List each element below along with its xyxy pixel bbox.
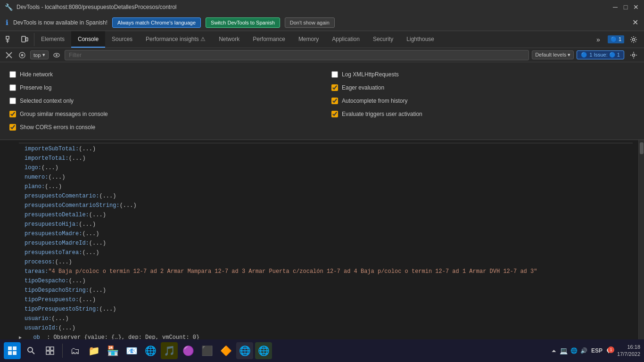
selected-context-label: Selected context only (20, 98, 74, 104)
svg-point-12 (633, 54, 635, 56)
svg-rect-4 (26, 38, 28, 41)
issue-badge: 🔵 1 Issue: 🔵 1 (577, 50, 624, 59)
tab-performance[interactable]: Performance (246, 31, 292, 48)
expand-ob-arrow[interactable] (19, 333, 25, 339)
svg-rect-3 (22, 36, 25, 42)
devtools-left-icons (0, 33, 34, 46)
taskbar-mail[interactable]: 📧 (123, 342, 140, 359)
minimize-button[interactable]: ─ (612, 4, 619, 10)
info-message: DevTools is now available in Spanish! (13, 19, 107, 26)
tray-network-icon[interactable]: 🌐 (570, 347, 578, 354)
taskbar-files[interactable]: 📁 (85, 342, 102, 359)
autocomplete-label: Autocomplete from history (342, 98, 407, 104)
console-line: tipoPresupuesto: (...) (0, 295, 633, 304)
selected-context-checkbox[interactable] (9, 98, 16, 104)
tab-console[interactable]: Console (71, 31, 105, 48)
tray-volume-icon[interactable]: 🔊 (580, 347, 587, 354)
console-line: numero: (...) (0, 173, 633, 182)
taskbar-winamp[interactable]: 🎵 (161, 342, 178, 359)
tab-lighthouse[interactable]: Lighthouse (400, 31, 441, 48)
settings-gear-button[interactable] (627, 33, 640, 46)
taskbar-chrome2[interactable]: 🌐 (236, 342, 253, 359)
match-language-button[interactable]: Always match Chrome's language (112, 17, 201, 28)
maximize-button[interactable]: □ (622, 4, 629, 10)
console-line: plano: (...) (0, 182, 633, 191)
console-settings-button[interactable] (627, 49, 640, 62)
taskbar-explorer[interactable]: 🗂 (66, 342, 83, 359)
svg-point-11 (56, 54, 58, 56)
tab-memory[interactable]: Memory (292, 31, 325, 48)
notification-area[interactable]: 💬 1 (606, 347, 613, 354)
log-xml-label: Log XMLHttpRequests (342, 71, 399, 78)
log-levels-dropdown[interactable]: Default levels ▾ (532, 50, 574, 59)
show-cors-label: Show CORS errors in console (20, 124, 95, 131)
taskbar-terminal[interactable]: ⬛ (198, 342, 215, 359)
taskbar-store[interactable]: 🏪 (104, 342, 121, 359)
scrollbar-thumb[interactable] (640, 142, 644, 154)
search-button[interactable] (23, 342, 40, 359)
system-tray: ⏶ 💻 🌐 🔊 (551, 347, 587, 354)
eager-eval-checkbox[interactable] (331, 84, 338, 91)
console-line: presupuestoMadre: (...) (0, 229, 633, 239)
date-display: 17/7/2022 (617, 351, 640, 358)
devtools-right-controls: » 🔵 1 (588, 33, 644, 46)
clear-console-button[interactable] (4, 50, 14, 60)
info-bar: ℹ DevTools is now available in Spanish! … (0, 14, 644, 31)
console-line: tipoDespachoString: (...) (0, 286, 633, 295)
tray-arrow-icon[interactable]: ⏶ (551, 347, 557, 354)
svg-point-17 (28, 347, 33, 352)
autocomplete-checkbox[interactable] (331, 98, 338, 104)
console-filter-input[interactable] (65, 50, 529, 60)
tab-sources[interactable]: Sources (105, 31, 139, 48)
hide-network-checkbox[interactable] (9, 71, 16, 78)
group-similar-label: Group similar messages in console (20, 111, 108, 117)
close-button[interactable]: ✕ (633, 4, 639, 10)
inspect-element-button[interactable] (3, 33, 16, 46)
eval-triggers-label: Evaluate triggers user activation (342, 111, 422, 117)
switch-language-button[interactable]: Switch DevTools to Spanish (206, 17, 280, 28)
eval-triggers-checkbox[interactable] (331, 111, 338, 117)
stop-recording-button[interactable] (17, 50, 27, 60)
svg-rect-16 (13, 351, 17, 355)
start-button[interactable] (4, 342, 21, 359)
taskbar-chrome3[interactable]: 🌐 (255, 342, 272, 359)
group-similar-checkbox[interactable] (9, 111, 16, 117)
svg-line-18 (32, 352, 34, 354)
tab-network[interactable]: Network (212, 31, 246, 48)
svg-rect-0 (6, 36, 9, 39)
dismiss-button[interactable]: Don't show again (285, 17, 335, 28)
tab-list: Elements Console Sources Performance ins… (34, 31, 588, 48)
console-line: presupuestoHija: (...) (0, 220, 633, 229)
console-output[interactable]: importeSubTotal: (...) importeTotal: (..… (0, 140, 638, 339)
more-tabs-button[interactable]: » (592, 33, 605, 46)
taskbar-git[interactable]: 🔶 (217, 342, 234, 359)
log-xml-checkbox[interactable] (331, 71, 338, 78)
clock: 16:18 17/7/2022 (617, 344, 640, 358)
tab-security[interactable]: Security (366, 31, 400, 48)
info-close-button[interactable]: ✕ (632, 18, 638, 27)
tab-elements[interactable]: Elements (34, 31, 71, 48)
tray-tablet-icon[interactable]: 💻 (560, 347, 568, 354)
title-bar: 🔧 DevTools - localhost:8080/presupuestoD… (0, 0, 644, 14)
context-dropdown[interactable]: top ▾ (30, 50, 49, 59)
svg-rect-20 (50, 347, 54, 350)
preserve-log-checkbox[interactable] (9, 84, 16, 91)
tab-application[interactable]: Application (325, 31, 366, 48)
setting-group-similar: Group similar messages in console (9, 107, 313, 121)
console-line: importeTotal: (...) (0, 154, 633, 163)
console-scrollbar[interactable] (638, 140, 644, 339)
eye-icon-button[interactable] (51, 50, 62, 60)
settings-panel: Hide network Preserve log Selected conte… (0, 62, 644, 140)
console-line: logo: (...) (0, 163, 633, 173)
tab-performance-insights[interactable]: Performance insights ⚠ (139, 31, 212, 48)
console-line: tipoDespacho: (...) (0, 276, 633, 286)
language-indicator[interactable]: ESP (591, 347, 603, 354)
taskbar-vs[interactable]: 🟣 (180, 342, 197, 359)
taskbar-chrome[interactable]: 🌐 (142, 342, 159, 359)
notification-badge: 1 (608, 346, 614, 353)
svg-point-9 (21, 54, 24, 56)
show-cors-checkbox[interactable] (9, 124, 16, 131)
console-settings-bar: top ▾ Default levels ▾ 🔵 1 Issue: 🔵 1 (0, 48, 644, 62)
device-toolbar-button[interactable] (18, 33, 31, 46)
task-view-button[interactable] (41, 342, 58, 359)
